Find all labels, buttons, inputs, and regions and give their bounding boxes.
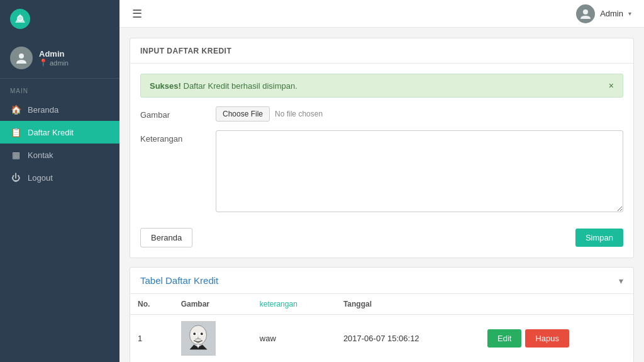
table-icon: ▦ [10, 150, 21, 160]
sidebar-item-logout[interactable]: ⏻ Logout [0, 166, 119, 189]
cell-gambar [174, 315, 252, 363]
sidebar-logo [0, 0, 119, 38]
chevron-down-icon: ▾ [628, 10, 631, 17]
form-actions: Beranda Simpan [140, 223, 623, 247]
content-area: INPUT DAFTAR KREDIT Sukses! Daftar Kredi… [119, 28, 644, 362]
sidebar-item-logout-label: Logout [28, 173, 53, 183]
sidebar-section-label: MAIN [0, 79, 119, 98]
admin-avatar [576, 4, 595, 23]
cell-actions: Edit Hapus [480, 315, 633, 363]
beranda-button[interactable]: Beranda [140, 228, 192, 247]
alert-text: Daftar Kredit berhasil disimpan. [184, 81, 297, 91]
user-role: 📍 admin [39, 59, 69, 67]
alert-bold: Sukses! [150, 81, 181, 91]
table-card-header: Tabel Daftar Kredit ▾ [130, 268, 633, 294]
sidebar-item-daftar-kredit-label: Daftar Kredit [28, 128, 74, 137]
topbar: ☰ Admin ▾ [119, 0, 644, 28]
keterangan-label: Keterangan [140, 130, 216, 144]
sidebar-item-daftar-kredit[interactable]: 📋 Daftar Kredit [0, 121, 119, 144]
svg-point-2 [583, 9, 588, 14]
table-card: Tabel Daftar Kredit ▾ No. Gambar keteran… [130, 267, 634, 362]
sidebar-item-beranda[interactable]: 🏠 Beranda [0, 98, 119, 121]
list-icon: 📋 [10, 127, 21, 137]
avatar [10, 47, 33, 69]
table-row: 1 [130, 315, 633, 363]
daftar-kredit-table: No. Gambar keterangan Tanggal 1 [130, 294, 633, 362]
logo-icon [10, 9, 30, 29]
svg-point-1 [19, 54, 24, 59]
gambar-input-wrap: Choose File No file chosen [216, 106, 623, 122]
row-actions: Edit Hapus [487, 329, 626, 348]
col-no: No. [130, 294, 174, 315]
sidebar-item-kontak[interactable]: ▦ Kontak [0, 144, 119, 166]
table-image [181, 321, 216, 356]
keterangan-row: Keterangan [140, 130, 623, 214]
table-head: No. Gambar keterangan Tanggal [130, 294, 633, 315]
form-card: INPUT DAFTAR KREDIT Sukses! Daftar Kredi… [130, 38, 634, 258]
cell-tanggal: 2017-06-07 15:06:12 [336, 315, 480, 363]
sidebar-user: Admin 📍 admin [0, 38, 119, 79]
cell-no: 1 [130, 315, 174, 363]
table-collapse-icon[interactable]: ▾ [619, 276, 623, 286]
topbar-user-menu[interactable]: Admin ▾ [576, 4, 631, 23]
form-card-body: Sukses! Daftar Kredit berhasil disimpan.… [130, 64, 633, 257]
file-placeholder: No file chosen [275, 110, 323, 118]
choose-file-button[interactable]: Choose File [216, 106, 270, 122]
table-header-row: No. Gambar keterangan Tanggal [130, 294, 633, 315]
svg-point-8 [193, 332, 196, 335]
file-input-wrapper: Choose File No file chosen [216, 106, 623, 122]
svg-point-9 [201, 332, 203, 335]
sidebar-item-kontak-label: Kontak [28, 150, 53, 160]
table-card-title: Tabel Daftar Kredit [140, 275, 218, 286]
edit-button[interactable]: Edit [487, 329, 521, 348]
location-icon: 📍 [39, 59, 48, 67]
user-info: Admin 📍 admin [39, 49, 69, 67]
col-gambar: Gambar [174, 294, 252, 315]
main-content: INPUT DAFTAR KREDIT Sukses! Daftar Kredi… [119, 28, 644, 362]
user-name: Admin [39, 49, 69, 59]
keterangan-textarea[interactable] [216, 130, 623, 212]
simpan-button[interactable]: Simpan [575, 229, 623, 247]
table-body: 1 [130, 315, 633, 363]
logout-icon: ⏻ [10, 173, 21, 183]
form-card-header: INPUT DAFTAR KREDIT [130, 38, 633, 64]
form-card-title: INPUT DAFTAR KREDIT [140, 47, 231, 55]
cell-keterangan: waw [252, 315, 336, 363]
hamburger-icon[interactable]: ☰ [132, 7, 142, 21]
keterangan-input-wrap [216, 130, 623, 214]
admin-name: Admin [600, 9, 623, 18]
table-wrapper: No. Gambar keterangan Tanggal 1 [130, 294, 633, 362]
alert-close-icon[interactable]: × [609, 81, 614, 91]
alert-message: Sukses! Daftar Kredit berhasil disimpan. [150, 81, 297, 91]
gambar-row: Gambar Choose File No file chosen [140, 106, 623, 122]
col-keterangan: keterangan [252, 294, 336, 315]
sidebar: Admin 📍 admin MAIN 🏠 Beranda 📋 Daftar Kr… [0, 0, 119, 362]
col-tanggal: Tanggal [336, 294, 480, 315]
col-action [480, 294, 633, 315]
gambar-label: Gambar [140, 106, 216, 120]
alert-success: Sukses! Daftar Kredit berhasil disimpan.… [140, 74, 623, 98]
sidebar-item-beranda-label: Beranda [28, 105, 58, 115]
hapus-button[interactable]: Hapus [525, 329, 569, 348]
home-icon: 🏠 [10, 105, 21, 115]
